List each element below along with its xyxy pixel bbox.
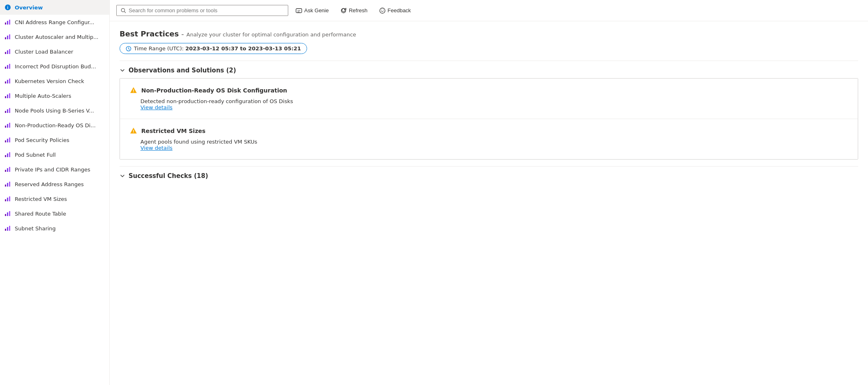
sidebar-item-overview[interactable]: i Overview — [0, 0, 109, 15]
sidebar-label-cni: CNI Address Range Configur... — [15, 19, 95, 25]
card-view-details-non-prod-os[interactable]: View details — [130, 104, 848, 110]
svg-rect-3 — [7, 21, 8, 25]
non-prod-os-sidebar-icon — [4, 122, 11, 129]
card-desc-non-prod-os: Detected non-production-ready configurat… — [130, 98, 293, 104]
sidebar-label-overview: Overview — [15, 5, 43, 11]
sidebar-item-load-balancer[interactable]: Cluster Load Balancer — [0, 44, 109, 59]
svg-rect-19 — [9, 93, 10, 98]
sidebar-item-autoscaler[interactable]: Cluster Autoscaler and Multip... — [0, 29, 109, 44]
observations-section-header[interactable]: Observations and Solutions (2) — [120, 61, 858, 78]
private-ips-sidebar-icon — [4, 166, 11, 173]
sidebar-item-node-pools[interactable]: Node Pools Using B-Series V... — [0, 103, 109, 118]
svg-point-55 — [133, 132, 134, 133]
svg-rect-4 — [9, 20, 10, 25]
sidebar-label-autoscaler: Cluster Autoscaler and Multip... — [15, 34, 98, 40]
svg-rect-44 — [5, 229, 6, 231]
pod-disruption-sidebar-icon — [4, 63, 11, 70]
successful-chevron-icon — [120, 173, 125, 179]
svg-point-52 — [383, 9, 384, 10]
page-header: Best Practices - Analyze your cluster fo… — [120, 29, 858, 54]
svg-rect-25 — [9, 123, 10, 128]
sidebar-label-reserved-address: Reserved Address Ranges — [15, 181, 84, 187]
feedback-icon — [379, 7, 386, 14]
sidebar-item-pod-security[interactable]: Pod Security Policies — [0, 133, 109, 147]
sidebar: i Overview CNI Address Range Configur...… — [0, 0, 110, 385]
svg-rect-32 — [5, 170, 6, 172]
cni-sidebar-icon — [4, 18, 11, 26]
search-input[interactable] — [129, 7, 284, 14]
ask-genie-icon — [296, 7, 302, 14]
time-range-text: Time Range (UTC): 2023-03-12 05:37 to 20… — [134, 45, 301, 52]
svg-rect-37 — [9, 182, 10, 187]
sidebar-label-restricted-vm: Restricted VM Sizes — [15, 196, 67, 202]
toolbar: Ask Genie Refresh Feedback — [110, 0, 868, 21]
k8s-version-sidebar-icon — [4, 77, 11, 85]
feedback-label: Feedback — [388, 7, 411, 14]
sidebar-item-reserved-address[interactable]: Reserved Address Ranges — [0, 177, 109, 191]
svg-rect-36 — [7, 183, 8, 187]
main-panel: Ask Genie Refresh Feedback Best Practice… — [110, 0, 868, 385]
sidebar-item-shared-route[interactable]: Shared Route Table — [0, 206, 109, 221]
ask-genie-button[interactable]: Ask Genie — [292, 5, 333, 16]
svg-rect-14 — [5, 81, 6, 83]
sidebar-item-pod-subnet[interactable]: Pod Subnet Full — [0, 147, 109, 162]
sidebar-item-pod-disruption[interactable]: Incorrect Pod Disruption Bud... — [0, 59, 109, 74]
sidebar-item-cni[interactable]: CNI Address Range Configur... — [0, 15, 109, 29]
time-range-badge[interactable]: Time Range (UTC): 2023-03-12 05:37 to 20… — [120, 43, 307, 54]
sidebar-label-pod-subnet: Pod Subnet Full — [15, 152, 56, 158]
search-box[interactable] — [116, 5, 288, 16]
sidebar-item-restricted-vm[interactable]: Restricted VM Sizes — [0, 191, 109, 206]
svg-point-54 — [133, 92, 134, 92]
page-title-row: Best Practices - Analyze your cluster fo… — [120, 29, 858, 38]
time-range-value: 2023-03-12 05:37 to 2023-03-13 05:21 — [185, 45, 301, 52]
feedback-button[interactable]: Feedback — [375, 5, 415, 16]
svg-rect-41 — [5, 214, 6, 216]
sidebar-label-pod-disruption: Incorrect Pod Disruption Bud... — [15, 63, 96, 70]
successful-section-header[interactable]: Successful Checks (18) — [120, 166, 858, 184]
svg-rect-28 — [9, 137, 10, 142]
time-range-label: Time Range (UTC): — [134, 45, 184, 52]
svg-rect-6 — [7, 36, 8, 39]
sidebar-item-k8s-version[interactable]: Kubernetes Version Check — [0, 74, 109, 88]
shared-route-sidebar-icon — [4, 210, 11, 217]
card-title-non-prod-os: Non-Production-Ready OS Disk Configurati… — [141, 87, 287, 94]
sidebar-label-non-prod-os: Non-Production-Ready OS Di... — [15, 122, 96, 128]
svg-rect-8 — [5, 52, 6, 54]
svg-rect-16 — [9, 79, 10, 83]
observations-section-title: Observations and Solutions (2) — [129, 67, 236, 74]
warning-icon — [130, 127, 137, 135]
observations-cards: Non-Production-Ready OS Disk Configurati… — [120, 78, 858, 160]
svg-rect-42 — [7, 212, 8, 216]
pod-security-sidebar-icon — [4, 136, 11, 144]
refresh-label: Refresh — [349, 7, 368, 14]
observation-card-restricted-vm: Restricted VM Sizes Agent pools found us… — [120, 119, 858, 159]
content-area: Best Practices - Analyze your cluster fo… — [110, 21, 868, 385]
multi-autoscalers-sidebar-icon — [4, 92, 11, 99]
sidebar-item-subnet-sharing[interactable]: Subnet Sharing — [0, 221, 109, 236]
warning-icon — [130, 87, 137, 94]
sidebar-item-multi-autoscalers[interactable]: Multiple Auto-Scalers — [0, 88, 109, 103]
clock-icon — [126, 46, 131, 52]
load-balancer-sidebar-icon — [4, 48, 11, 55]
card-title-restricted-vm: Restricted VM Sizes — [141, 128, 206, 134]
card-title-row: Restricted VM Sizes — [130, 127, 848, 135]
sidebar-item-private-ips[interactable]: Private IPs and CIDR Ranges — [0, 162, 109, 177]
refresh-icon — [340, 7, 347, 14]
svg-rect-21 — [7, 109, 8, 113]
card-view-details-restricted-vm[interactable]: View details — [130, 145, 848, 151]
svg-rect-46 — [9, 226, 10, 231]
svg-rect-27 — [7, 139, 8, 142]
refresh-button[interactable]: Refresh — [336, 5, 372, 16]
sidebar-item-non-prod-os[interactable]: Non-Production-Ready OS Di... — [0, 118, 109, 133]
svg-line-48 — [124, 11, 126, 13]
ask-genie-label: Ask Genie — [304, 7, 329, 14]
svg-rect-24 — [7, 124, 8, 128]
svg-point-50 — [380, 8, 385, 13]
pod-subnet-sidebar-icon — [4, 151, 11, 158]
svg-rect-20 — [5, 111, 6, 113]
overview-sidebar-icon: i — [4, 4, 11, 11]
svg-rect-30 — [7, 153, 8, 157]
svg-text:i: i — [7, 5, 9, 10]
successful-section-title: Successful Checks (18) — [129, 172, 208, 180]
svg-rect-26 — [5, 140, 6, 142]
